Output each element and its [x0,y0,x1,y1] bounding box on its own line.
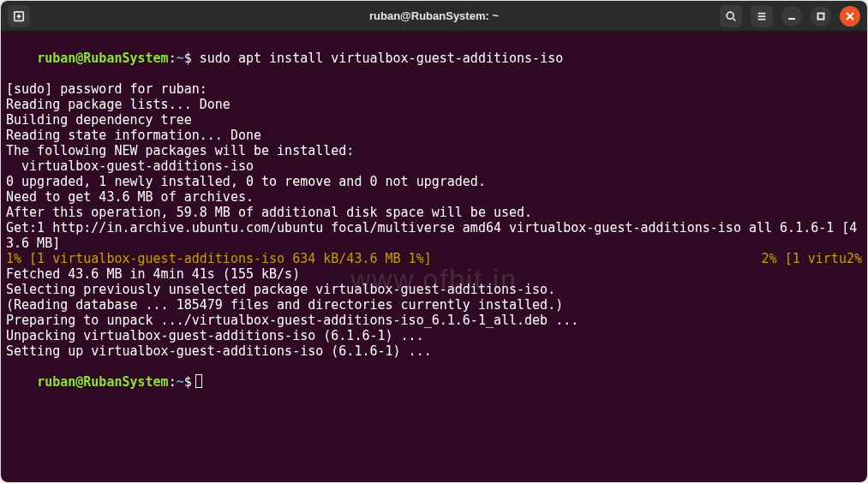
prompt-userhost: ruban@RubanSystem [37,374,169,390]
maximize-button[interactable] [811,6,831,27]
command-text: sudo apt install virtualbox-guest-additi… [200,51,563,66]
prompt-sep: : [169,51,177,66]
prompt-dollar: $ [184,374,192,390]
new-tab-icon [13,10,25,22]
prompt-dollar: $ [184,51,192,66]
progress-right: 2% [1 virtu2% [762,251,862,266]
minimize-icon [787,12,796,21]
output-line: Building dependency tree [6,112,862,128]
output-line: Reading state information... Done [6,128,862,143]
output-line: Fetched 43.6 MB in 4min 41s (155 kB/s) [6,266,862,282]
output-line: Preparing to unpack .../virtualbox-guest… [6,313,862,328]
window-titlebar: ruban@RubanSystem: ~ [1,1,867,32]
search-button[interactable] [720,5,742,27]
search-icon [725,10,737,22]
apt-progress-line: 1% [1 virtualbox-guest-additions-iso 634… [6,251,862,266]
output-line: Get:1 http://in.archive.ubuntu.com/ubunt… [6,220,862,251]
output-line: Need to get 43.6 MB of archives. [6,189,862,205]
prompt-line-1: ruban@RubanSystem:~$ sudo apt install vi… [6,35,862,81]
output-line: [sudo] password for ruban: [6,81,862,97]
output-line: Reading package lists... Done [6,97,862,112]
prompt-sep: : [169,374,177,390]
terminal-cursor [195,374,202,388]
output-line: Setting up virtualbox-guest-additions-is… [6,343,862,359]
close-icon [846,12,854,21]
terminal-viewport[interactable]: www.ofbit.in ruban@RubanSystem:~$ sudo a… [1,32,867,482]
prompt-line-2: ruban@RubanSystem:~$ [6,359,862,405]
output-line: Unpacking virtualbox-guest-additions-iso… [6,328,862,343]
prompt-path: ~ [177,51,184,66]
output-line: After this operation, 59.8 MB of additio… [6,205,862,220]
prompt-path: ~ [177,374,184,390]
output-line: Selecting previously unselected package … [6,282,862,297]
svg-rect-9 [818,13,824,19]
close-button[interactable] [840,6,860,27]
new-tab-button[interactable] [8,5,30,27]
progress-left: 1% [1 virtualbox-guest-additions-iso 634… [6,251,432,266]
svg-line-4 [733,18,736,21]
output-line: The following NEW packages will be insta… [6,143,862,158]
prompt-userhost: ruban@RubanSystem [37,51,169,66]
output-line: virtualbox-guest-additions-iso [6,158,862,174]
output-line: (Reading database ... 185479 files and d… [6,297,862,313]
output-line: 0 upgraded, 1 newly installed, 0 to remo… [6,174,862,189]
minimize-button[interactable] [781,6,802,27]
maximize-icon [817,12,825,21]
menu-button[interactable] [751,5,773,27]
hamburger-icon [756,10,768,22]
svg-point-3 [727,12,733,19]
